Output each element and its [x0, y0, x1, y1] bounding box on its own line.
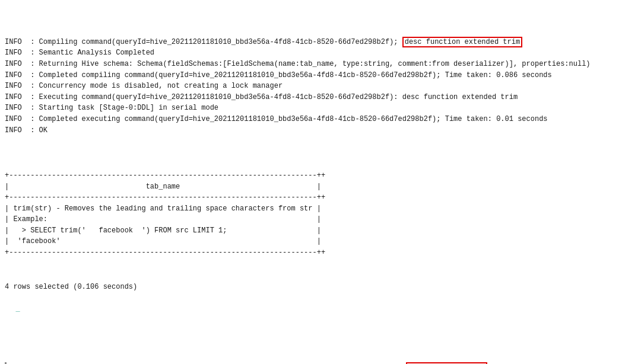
table1-row2: | Example: |	[5, 215, 321, 223]
info-line-3: INFO : Returning Hive schema: Schema(fie…	[5, 60, 591, 68]
table1-row1: | trim(str) - Removes the leading and tr…	[5, 205, 321, 213]
table1-header: | tab_name |	[5, 183, 321, 191]
table1-border-bot: +---------------------------------------…	[5, 248, 325, 257]
table1-border-top: +---------------------------------------…	[5, 171, 325, 180]
table1-border-mid: +---------------------------------------…	[5, 193, 325, 202]
block1-lines: INFO : Compiling command(queryId=hive_20…	[5, 37, 636, 136]
info-line-4: INFO : Completed compiling command(query…	[5, 71, 552, 79]
info-line-8: INFO : Completed executing command(query…	[5, 115, 548, 123]
info-line-9: INFO : OK	[5, 126, 47, 135]
table1: +---------------------------------------…	[5, 170, 636, 258]
table1-row3: | > SELECT trim(' facebook ') FROM src L…	[5, 226, 321, 235]
console-output: INFO : Compiling command(queryId=hive_20…	[0, 0, 641, 364]
highlight-cmd-1: desc function extended trim	[402, 37, 522, 47]
table1-row4: | 'facebook' |	[5, 237, 321, 245]
info-line-5: INFO : Concurrency mode is disabled, not…	[5, 82, 283, 90]
rows-selected-1: 4 rows selected (0.106 seconds)	[5, 282, 636, 293]
info-line-6: INFO : Executing command(queryId=hive_20…	[5, 93, 518, 101]
cursor: _	[15, 305, 20, 313]
info-line-2: INFO : Semantic Analysis Completed	[5, 49, 154, 57]
info-label: INFO : Compiling command(queryId=hive_20…	[5, 38, 402, 46]
info-line-7: INFO : Starting task [Stage-0:DDL] in se…	[5, 104, 218, 112]
